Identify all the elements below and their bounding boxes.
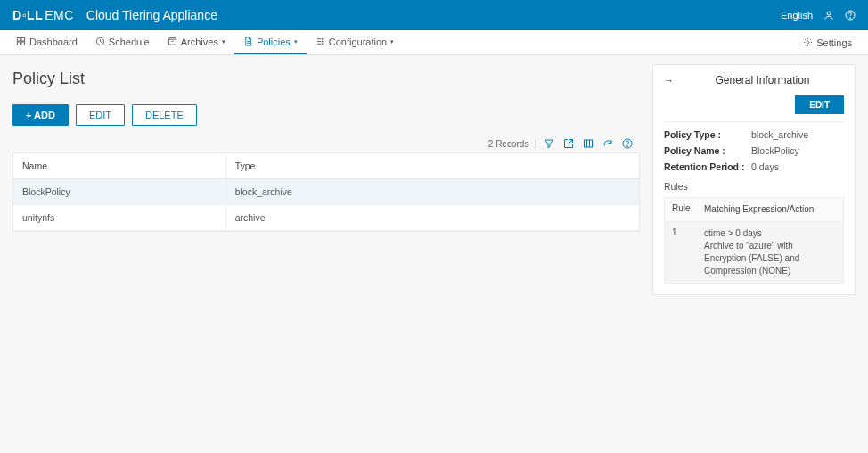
export-icon[interactable]: [561, 138, 576, 149]
svg-rect-5: [17, 42, 20, 45]
toolbar: + ADD EDIT DELETE: [12, 104, 640, 126]
configuration-icon: [315, 37, 325, 46]
chevron-down-icon: ▾: [390, 38, 394, 45]
language-selector[interactable]: English: [781, 10, 813, 21]
main-column: Policy List + ADD EDIT DELETE 2 Records …: [12, 64, 640, 232]
table-row[interactable]: unitynfsarchive: [13, 205, 639, 231]
add-button[interactable]: + ADD: [12, 104, 69, 126]
table-row[interactable]: BlockPolicyblock_archive: [13, 179, 639, 205]
nav-label: Schedule: [109, 37, 150, 47]
retention-value: 0 days: [751, 161, 779, 172]
rule-row: 1ctime > 0 daysArchive to "azure" with E…: [665, 222, 843, 283]
svg-point-14: [627, 146, 628, 147]
top-bar: D◦LLEMC Cloud Tiering Appliance English: [0, 0, 868, 30]
field-policy-name: Policy Name : BlockPolicy: [664, 145, 844, 156]
svg-rect-12: [585, 140, 593, 147]
rules-header: Rule Matching Expression/Action: [665, 198, 843, 222]
rule-text: ctime > 0 daysArchive to "azure" with En…: [697, 222, 843, 283]
svg-point-2: [850, 18, 851, 19]
nav-label: Policies: [257, 37, 291, 47]
nav-item-configuration[interactable]: Configuration▾: [307, 30, 403, 54]
rules-col-match: Matching Expression/Action: [697, 198, 843, 221]
cell-type: block_archive: [226, 179, 639, 204]
page-body: Policy List + ADD EDIT DELETE 2 Records …: [0, 55, 868, 304]
table-help-icon[interactable]: [620, 138, 635, 149]
policy-table: Name Type BlockPolicyblock_archiveunityn…: [12, 152, 640, 232]
cell-name: unitynfs: [13, 205, 226, 230]
panel-edit-row: EDIT: [664, 95, 844, 122]
chevron-down-icon: ▾: [222, 38, 225, 45]
panel-edit-button[interactable]: EDIT: [795, 95, 844, 114]
svg-point-9: [322, 41, 323, 43]
table-body: BlockPolicyblock_archiveunitynfsarchive: [13, 179, 639, 231]
page-title: Policy List: [12, 70, 640, 88]
retention-label: Retention Period :: [664, 161, 751, 172]
brand: D◦LLEMC Cloud Tiering Appliance: [12, 8, 217, 22]
policy-type-value: block_archive: [751, 129, 808, 140]
nav-item-archives[interactable]: Archives▾: [159, 30, 234, 54]
nav-label: Dashboard: [29, 37, 78, 47]
svg-rect-6: [21, 42, 25, 45]
nav-bar: DashboardScheduleArchives▾Policies▾Confi…: [0, 30, 868, 55]
nav-item-dashboard[interactable]: Dashboard: [7, 30, 86, 54]
nav-left: DashboardScheduleArchives▾Policies▾Confi…: [7, 30, 403, 54]
delete-button[interactable]: DELETE: [132, 104, 197, 126]
chevron-down-icon: ▾: [294, 38, 298, 45]
col-name-header[interactable]: Name: [13, 153, 226, 178]
svg-point-8: [322, 38, 323, 40]
settings-label: Settings: [816, 37, 852, 48]
col-type-header[interactable]: Type: [226, 153, 639, 178]
policy-name-label: Policy Name :: [664, 145, 751, 156]
rules-col-rule: Rule: [665, 198, 697, 221]
policy-name-value: BlockPolicy: [751, 145, 799, 156]
svg-point-11: [807, 41, 809, 44]
svg-rect-4: [21, 37, 25, 41]
records-count: 2 Records: [488, 139, 529, 149]
nav-label: Archives: [181, 37, 218, 47]
columns-icon[interactable]: [581, 138, 595, 149]
rules-table: Rule Matching Expression/Action 1ctime >…: [664, 197, 844, 284]
help-icon[interactable]: [845, 10, 856, 21]
rules-section-title: Rules: [664, 181, 844, 192]
nav-item-schedule[interactable]: Schedule: [86, 30, 159, 54]
gear-icon: [803, 37, 813, 47]
schedule-icon: [95, 37, 105, 46]
brand-logo: D◦LLEMC: [12, 8, 74, 22]
nav-label: Configuration: [329, 37, 387, 47]
edit-button[interactable]: EDIT: [76, 104, 125, 126]
dashboard-icon: [16, 37, 26, 46]
rules-body: 1ctime > 0 daysArchive to "azure" with E…: [665, 222, 843, 283]
nav-item-policies[interactable]: Policies▾: [234, 30, 307, 54]
panel-title: General Information: [681, 74, 844, 86]
svg-rect-3: [17, 37, 20, 41]
svg-point-0: [827, 12, 831, 15]
rule-number: 1: [665, 222, 697, 283]
panel-expand-icon[interactable]: →: [664, 75, 674, 86]
product-name: Cloud Tiering Appliance: [86, 8, 217, 22]
details-panel: → General Information EDIT Policy Type :…: [652, 64, 856, 295]
table-header: Name Type: [13, 153, 639, 179]
archives-icon: [168, 37, 177, 46]
settings-link[interactable]: Settings: [794, 30, 861, 54]
cell-name: BlockPolicy: [13, 179, 226, 204]
top-right: English: [781, 10, 856, 21]
policies-icon: [243, 37, 253, 46]
cell-type: archive: [226, 205, 639, 230]
policy-type-label: Policy Type :: [664, 129, 751, 140]
refresh-icon[interactable]: [601, 138, 615, 149]
field-policy-type: Policy Type : block_archive: [664, 129, 844, 140]
table-meta: 2 Records |: [12, 135, 640, 152]
filter-icon[interactable]: [542, 138, 556, 149]
user-icon[interactable]: [823, 10, 834, 21]
svg-point-10: [322, 43, 323, 45]
panel-header: → General Information: [664, 74, 844, 86]
field-retention: Retention Period : 0 days: [664, 161, 844, 172]
